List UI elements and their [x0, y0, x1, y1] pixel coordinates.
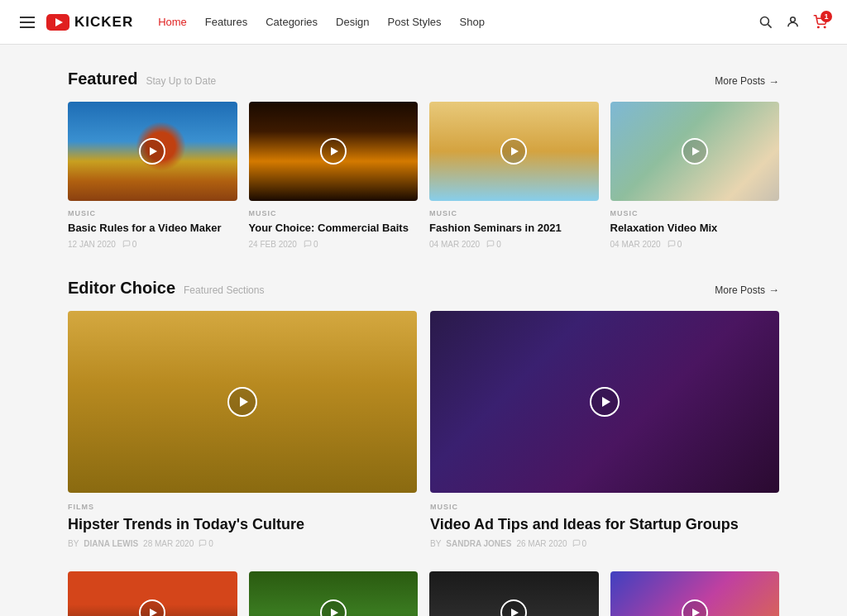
editor-play-button-0[interactable] — [227, 387, 257, 417]
editor-category-0: FILMS — [68, 503, 417, 511]
svg-point-0 — [760, 17, 768, 25]
cart-badge: 1 — [821, 11, 832, 22]
main-content: Featured Stay Up to Date More Posts → MU… — [51, 45, 796, 616]
editor-meta-1: BY SANDRA JONES 26 MAR 2020 0 — [430, 539, 779, 548]
editor-category-1: MUSIC — [430, 503, 779, 511]
featured-title-2: Fashion Seminars in 2021 — [429, 221, 599, 236]
featured-category-0: MUSIC — [68, 209, 237, 217]
logo[interactable]: KICKER — [46, 14, 133, 31]
play-button-2[interactable] — [500, 138, 527, 165]
featured-section: Featured Stay Up to Date More Posts → MU… — [68, 69, 779, 249]
editor-card-0[interactable]: FILMS Hipster Trends in Today's Culture … — [68, 311, 417, 548]
featured-thumb-0 — [68, 102, 237, 201]
comment-icon-editor-1: 0 — [572, 539, 587, 548]
nav-link-poststyles[interactable]: Post Styles — [388, 16, 442, 28]
featured-thumb-1 — [249, 102, 419, 201]
editor-section: Editor Choice Featured Sections More Pos… — [68, 279, 779, 616]
hamburger-menu[interactable] — [20, 17, 35, 28]
featured-card-0[interactable]: MUSIC Basic Rules for a Video Maker 12 J… — [68, 102, 237, 249]
editor-thumb-0 — [68, 311, 417, 493]
editor-card-title-1: Video Ad Tips and Ideas for Startup Grou… — [430, 515, 779, 534]
editor-meta-0: BY DIANA LEWIS 28 MAR 2020 0 — [68, 539, 417, 548]
comment-icon-0: 0 — [122, 240, 137, 249]
featured-title-group: Featured Stay Up to Date — [68, 69, 216, 88]
svg-point-4 — [824, 26, 825, 27]
featured-meta-1: 24 FEB 2020 0 — [249, 240, 419, 249]
featured-more-posts[interactable]: More Posts → — [715, 75, 779, 88]
featured-title-1: Your Choice: Commercial Baits — [249, 221, 419, 236]
editor-header: Editor Choice Featured Sections More Pos… — [68, 279, 779, 298]
play-button-3[interactable] — [682, 138, 708, 165]
logo-icon — [46, 14, 69, 31]
bottom-thumb-3[interactable] — [610, 571, 780, 616]
featured-meta-0: 12 JAN 2020 0 — [68, 240, 237, 249]
editor-card-title-0: Hipster Trends in Today's Culture — [68, 515, 417, 534]
featured-title: Featured — [68, 69, 137, 88]
editor-grid: FILMS Hipster Trends in Today's Culture … — [68, 311, 779, 548]
nav-link-categories[interactable]: Categories — [266, 16, 318, 28]
cart-button[interactable]: 1 — [813, 15, 827, 29]
nav-actions: 1 — [758, 15, 827, 29]
editor-more-posts[interactable]: More Posts → — [715, 284, 779, 296]
logo-text: KICKER — [74, 14, 133, 31]
featured-grid: MUSIC Basic Rules for a Video Maker 12 J… — [68, 102, 779, 249]
editor-title: Editor Choice — [68, 279, 175, 298]
navbar: KICKER Home Features Categories Design P… — [0, 0, 847, 45]
featured-meta-2: 04 MAR 2020 0 — [429, 240, 599, 249]
nav-links: Home Features Categories Design Post Sty… — [158, 16, 758, 28]
featured-category-1: MUSIC — [249, 209, 419, 217]
nav-link-features[interactable]: Features — [205, 16, 247, 28]
featured-thumb-2 — [429, 102, 599, 201]
featured-title-3: Relaxation Video Mix — [610, 221, 780, 236]
editor-title-group: Editor Choice Featured Sections — [68, 279, 264, 298]
featured-card-2[interactable]: MUSIC Fashion Seminars in 2021 04 MAR 20… — [429, 102, 599, 249]
user-button[interactable] — [786, 15, 800, 29]
arrow-icon: → — [768, 75, 779, 88]
editor-subtitle: Featured Sections — [184, 284, 264, 296]
bottom-thumb-2[interactable] — [429, 571, 599, 616]
comment-icon-3: 0 — [668, 240, 682, 249]
search-button[interactable] — [758, 15, 773, 29]
editor-play-button-1[interactable] — [590, 387, 620, 417]
bottom-thumb-1[interactable] — [249, 571, 419, 616]
featured-card-3[interactable]: MUSIC Relaxation Video Mix 04 MAR 2020 0 — [610, 102, 780, 249]
editor-card-1[interactable]: MUSIC Video Ad Tips and Ideas for Startu… — [430, 311, 779, 548]
featured-header: Featured Stay Up to Date More Posts → — [68, 69, 779, 88]
editor-thumb-1 — [430, 311, 779, 493]
comment-icon-editor-0: 0 — [199, 539, 213, 548]
bottom-grid — [68, 571, 779, 616]
play-button-0[interactable] — [139, 138, 165, 165]
featured-title-0: Basic Rules for a Video Maker — [68, 221, 237, 236]
nav-link-shop[interactable]: Shop — [460, 16, 485, 28]
featured-thumb-3 — [610, 102, 780, 201]
featured-category-2: MUSIC — [429, 209, 599, 217]
comment-icon-1: 0 — [304, 240, 318, 249]
featured-meta-3: 04 MAR 2020 0 — [610, 240, 780, 249]
svg-line-1 — [768, 24, 771, 27]
featured-subtitle: Stay Up to Date — [146, 75, 216, 87]
comment-icon-2: 0 — [486, 240, 501, 249]
editor-arrow-icon: → — [768, 284, 779, 296]
play-button-1[interactable] — [320, 138, 347, 165]
nav-link-home[interactable]: Home — [158, 16, 187, 28]
featured-category-3: MUSIC — [610, 209, 780, 217]
bottom-thumb-0[interactable] — [68, 571, 237, 616]
svg-point-2 — [791, 17, 796, 22]
featured-card-1[interactable]: MUSIC Your Choice: Commercial Baits 24 F… — [249, 102, 419, 249]
svg-point-3 — [818, 26, 819, 27]
nav-link-design[interactable]: Design — [336, 16, 369, 28]
